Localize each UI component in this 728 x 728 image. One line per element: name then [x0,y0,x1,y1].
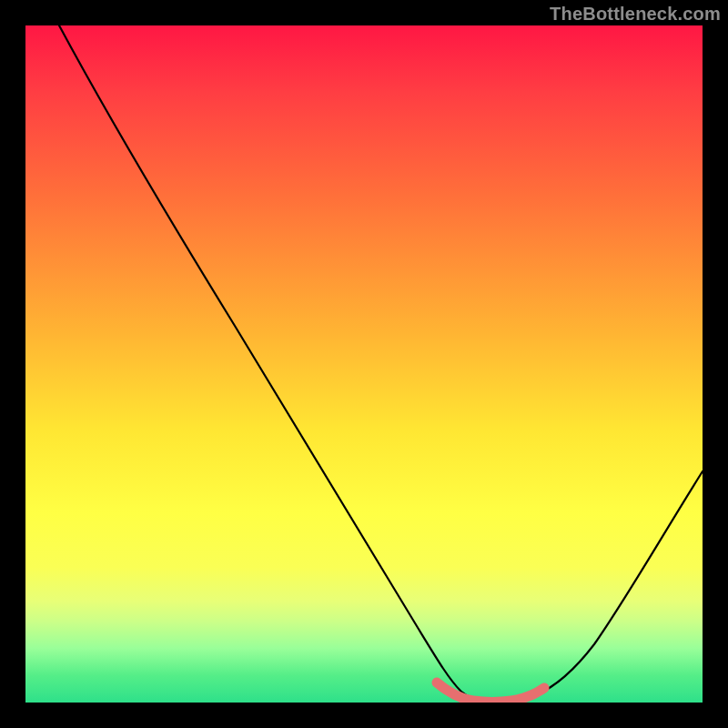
highlight-curve [437,682,544,703]
chart-stage: TheBottleneck.com [0,0,728,728]
plot-area [25,25,703,703]
curve-svg [25,25,703,703]
watermark-text: TheBottleneck.com [550,4,721,25]
main-curve [59,25,703,702]
